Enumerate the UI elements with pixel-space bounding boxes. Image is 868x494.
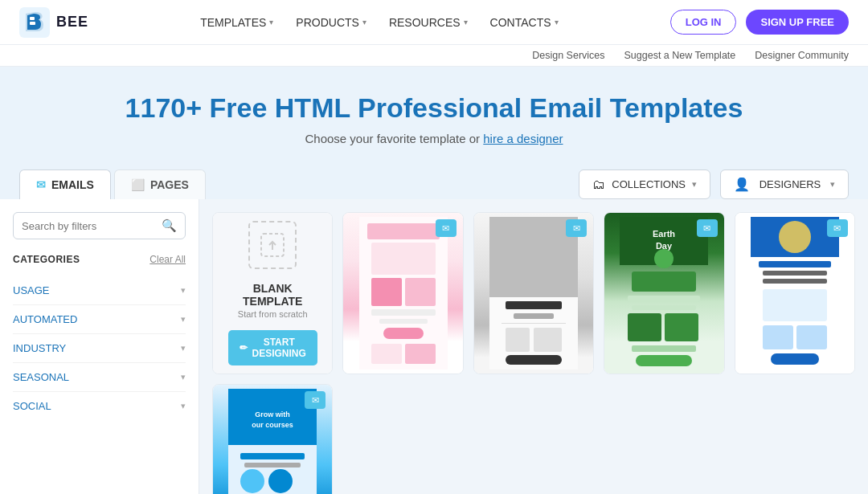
logo-icon — [19, 7, 50, 38]
template-card-blank[interactable]: BLANK TEMPLATE Start from scratch ✏ STAR… — [212, 212, 333, 374]
svg-text:Grow with: Grow with — [255, 410, 290, 418]
sub-nav-designer-community[interactable]: Designer Community — [755, 50, 849, 61]
svg-rect-39 — [763, 279, 827, 284]
signup-button[interactable]: SIGN UP FREE — [746, 10, 849, 35]
svg-rect-18 — [514, 313, 554, 319]
logo[interactable]: BEE — [19, 7, 88, 38]
svg-rect-32 — [632, 345, 696, 352]
nav-contacts[interactable]: CONTACTS ▾ — [490, 16, 559, 29]
tabs: ✉ EMAILS ⬜ PAGES — [19, 169, 206, 199]
svg-rect-11 — [379, 319, 428, 324]
blank-template-subtitle: Start from scratch — [228, 309, 317, 319]
svg-rect-28 — [628, 296, 700, 302]
chevron-down-icon: ▾ — [269, 18, 273, 27]
hire-designer-link[interactable]: hire a designer — [483, 132, 563, 145]
categories-header: CATEGORIES Clear All — [13, 254, 186, 265]
svg-rect-22 — [506, 355, 562, 365]
category-list: USAGE ▾ AUTOMATED ▾ INDUSTRY ▾ SEASONAL … — [13, 276, 186, 420]
pages-icon: ⬜ — [131, 178, 145, 191]
email-badge: ✉ — [697, 219, 718, 237]
designers-dropdown[interactable]: 👤 DESIGNERS ▾ — [720, 169, 849, 199]
category-usage[interactable]: USAGE ▾ — [13, 276, 186, 305]
hero-title: 1170+ Free HTML Professional Email Templ… — [19, 92, 849, 124]
tabs-row: ✉ EMAILS ⬜ PAGES 🗂 COLLECTIONS ▾ 👤 DESIG… — [0, 161, 868, 199]
svg-rect-17 — [506, 301, 562, 309]
chevron-down-icon: ▾ — [464, 18, 468, 27]
sidebar: 🔍 CATEGORIES Clear All USAGE ▾ AUTOMATED… — [0, 199, 199, 494]
svg-rect-37 — [759, 261, 831, 267]
search-box: 🔍 — [13, 212, 186, 239]
designer-icon: 👤 — [734, 177, 750, 192]
blank-template-preview: BLANK TEMPLATE Start from scratch ✏ STAR… — [213, 213, 332, 374]
email-badge: ✉ — [566, 219, 587, 237]
category-seasonal[interactable]: SEASONAL ▾ — [13, 363, 186, 392]
nav-resources[interactable]: RESOURCES ▾ — [389, 16, 468, 29]
template-card-earth-day[interactable]: ✉ Earth Day — [604, 212, 724, 374]
svg-rect-2 — [30, 22, 35, 25]
svg-rect-43 — [771, 353, 819, 365]
svg-rect-41 — [763, 325, 793, 349]
sub-nav-design-services[interactable]: Design Services — [532, 50, 604, 61]
chevron-down-icon: ▾ — [555, 18, 559, 27]
template-grid-row2: ✉ Grow with our courses — [212, 384, 855, 494]
template-card-courses[interactable]: ✉ Grow with our courses — [212, 384, 333, 494]
svg-rect-12 — [383, 328, 424, 339]
chevron-down-icon: ▾ — [181, 285, 186, 296]
header-actions: LOG IN SIGN UP FREE — [670, 10, 849, 35]
svg-rect-40 — [763, 289, 827, 321]
fashion-template-preview — [474, 213, 593, 374]
template-card-fashion[interactable]: ✉ — [473, 212, 594, 374]
search-icon[interactable]: 🔍 — [162, 218, 177, 233]
svg-rect-49 — [244, 463, 301, 467]
earth-day-template-preview: Earth Day — [604, 213, 723, 374]
logo-text: BEE — [56, 14, 88, 31]
category-automated[interactable]: AUTOMATED ▾ — [13, 305, 186, 334]
chevron-down-icon: ▾ — [181, 314, 186, 325]
category-industry[interactable]: INDUSTRY ▾ — [13, 334, 186, 363]
search-input[interactable] — [22, 220, 162, 232]
chevron-down-icon: ▾ — [181, 401, 186, 411]
email-badge: ✉ — [436, 219, 457, 237]
svg-text:our courses: our courses — [252, 421, 293, 429]
chevron-down-icon: ▾ — [181, 372, 186, 382]
svg-rect-38 — [763, 271, 827, 276]
svg-rect-14 — [405, 344, 436, 364]
tab-emails[interactable]: ✉ EMAILS — [19, 169, 111, 199]
hero-subtitle: Choose your favorite template or hire a … — [19, 132, 849, 145]
sub-nav-suggest-template[interactable]: Suggest a New Template — [624, 50, 736, 61]
chevron-down-icon: ▾ — [830, 179, 835, 190]
filter-dropdowns: 🗂 COLLECTIONS ▾ 👤 DESIGNERS ▾ — [579, 169, 849, 199]
categories-title: CATEGORIES — [13, 254, 80, 265]
svg-rect-19 — [502, 323, 566, 324]
email-badge: ✉ — [305, 391, 326, 409]
svg-rect-48 — [240, 453, 305, 459]
main-content: 🔍 CATEGORIES Clear All USAGE ▾ AUTOMATED… — [0, 199, 868, 494]
login-button[interactable]: LOG IN — [670, 10, 737, 35]
pencil-icon: ✏ — [240, 342, 248, 353]
sub-nav: Design Services Suggest a New Template D… — [0, 45, 868, 67]
collections-dropdown[interactable]: 🗂 COLLECTIONS ▾ — [579, 169, 710, 199]
clear-all-button[interactable]: Clear All — [149, 254, 186, 265]
grid-area: BLANK TEMPLATE Start from scratch ✏ STAR… — [199, 199, 868, 494]
start-designing-button[interactable]: ✏ START DESIGNING — [228, 330, 317, 365]
tab-pages[interactable]: ⬜ PAGES — [114, 169, 206, 199]
nav-templates[interactable]: TEMPLATES ▾ — [200, 16, 273, 29]
chevron-down-icon: ▾ — [181, 343, 186, 353]
svg-rect-21 — [534, 328, 562, 352]
svg-rect-29 — [632, 305, 696, 310]
svg-rect-30 — [628, 313, 661, 341]
chevron-down-icon: ▾ — [692, 179, 697, 190]
svg-rect-7 — [371, 243, 436, 275]
chevron-down-icon: ▾ — [362, 18, 366, 27]
template-card-ukraine[interactable]: ✉ — [735, 212, 855, 374]
nav-products[interactable]: PRODUCTS ▾ — [296, 16, 366, 29]
collections-icon: 🗂 — [592, 178, 605, 192]
blank-template-title: BLANK TEMPLATE — [228, 282, 317, 308]
svg-rect-1 — [30, 17, 35, 20]
category-social[interactable]: SOCIAL ▾ — [13, 392, 186, 420]
template-card-beauty[interactable]: ✉ — [342, 212, 463, 374]
svg-rect-6 — [367, 223, 440, 239]
svg-rect-9 — [405, 278, 436, 306]
svg-rect-8 — [371, 278, 402, 306]
svg-rect-27 — [632, 271, 696, 292]
